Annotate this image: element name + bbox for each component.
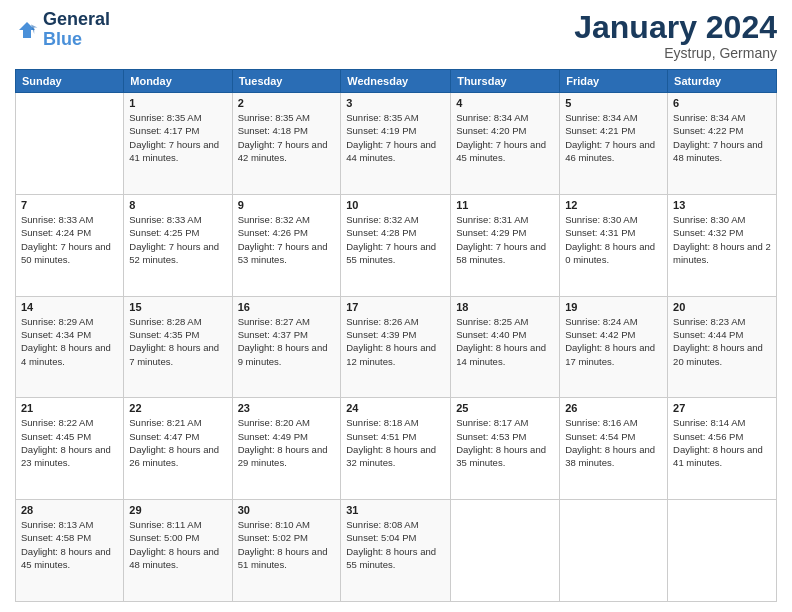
daylight-text: Daylight: 7 hours and 55 minutes. (346, 241, 436, 265)
col-wednesday: Wednesday (341, 70, 451, 93)
calendar-cell: 16Sunrise: 8:27 AMSunset: 4:37 PMDayligh… (232, 296, 341, 398)
calendar-cell: 5Sunrise: 8:34 AMSunset: 4:21 PMDaylight… (560, 93, 668, 195)
sunset-text: Sunset: 4:54 PM (565, 431, 635, 442)
col-tuesday: Tuesday (232, 70, 341, 93)
calendar-body: 1Sunrise: 8:35 AMSunset: 4:17 PMDaylight… (16, 93, 777, 602)
day-number: 20 (673, 301, 771, 313)
logo: General Blue (15, 10, 110, 50)
day-number: 28 (21, 504, 118, 516)
sunrise-text: Sunrise: 8:32 AM (238, 214, 310, 225)
calendar-cell (451, 500, 560, 602)
calendar-cell: 12Sunrise: 8:30 AMSunset: 4:31 PMDayligh… (560, 194, 668, 296)
sunrise-text: Sunrise: 8:13 AM (21, 519, 93, 530)
daylight-text: Daylight: 7 hours and 48 minutes. (673, 139, 763, 163)
sunrise-text: Sunrise: 8:31 AM (456, 214, 528, 225)
daylight-text: Daylight: 8 hours and 29 minutes. (238, 444, 328, 468)
daylight-text: Daylight: 8 hours and 17 minutes. (565, 342, 655, 366)
calendar-cell: 20Sunrise: 8:23 AMSunset: 4:44 PMDayligh… (668, 296, 777, 398)
sunrise-text: Sunrise: 8:34 AM (565, 112, 637, 123)
sunset-text: Sunset: 4:32 PM (673, 227, 743, 238)
day-info: Sunrise: 8:22 AMSunset: 4:45 PMDaylight:… (21, 416, 118, 469)
sunset-text: Sunset: 5:00 PM (129, 532, 199, 543)
sunset-text: Sunset: 4:31 PM (565, 227, 635, 238)
day-number: 21 (21, 402, 118, 414)
svg-marker-0 (19, 22, 35, 38)
sunset-text: Sunset: 4:39 PM (346, 329, 416, 340)
day-number: 6 (673, 97, 771, 109)
daylight-text: Daylight: 7 hours and 42 minutes. (238, 139, 328, 163)
daylight-text: Daylight: 8 hours and 7 minutes. (129, 342, 219, 366)
daylight-text: Daylight: 8 hours and 35 minutes. (456, 444, 546, 468)
calendar-cell: 4Sunrise: 8:34 AMSunset: 4:20 PMDaylight… (451, 93, 560, 195)
day-info: Sunrise: 8:30 AMSunset: 4:31 PMDaylight:… (565, 213, 662, 266)
sunset-text: Sunset: 4:22 PM (673, 125, 743, 136)
sunset-text: Sunset: 4:17 PM (129, 125, 199, 136)
sunset-text: Sunset: 4:28 PM (346, 227, 416, 238)
calendar-cell: 7Sunrise: 8:33 AMSunset: 4:24 PMDaylight… (16, 194, 124, 296)
day-number: 5 (565, 97, 662, 109)
day-info: Sunrise: 8:31 AMSunset: 4:29 PMDaylight:… (456, 213, 554, 266)
daylight-text: Daylight: 7 hours and 52 minutes. (129, 241, 219, 265)
sunset-text: Sunset: 4:24 PM (21, 227, 91, 238)
daylight-text: Daylight: 8 hours and 45 minutes. (21, 546, 111, 570)
sunset-text: Sunset: 4:20 PM (456, 125, 526, 136)
calendar-week-4: 28Sunrise: 8:13 AMSunset: 4:58 PMDayligh… (16, 500, 777, 602)
sunrise-text: Sunrise: 8:34 AM (456, 112, 528, 123)
page: General Blue January 2024 Eystrup, Germa… (0, 0, 792, 612)
sunrise-text: Sunrise: 8:30 AM (565, 214, 637, 225)
calendar-cell: 18Sunrise: 8:25 AMSunset: 4:40 PMDayligh… (451, 296, 560, 398)
day-info: Sunrise: 8:26 AMSunset: 4:39 PMDaylight:… (346, 315, 445, 368)
calendar-cell: 27Sunrise: 8:14 AMSunset: 4:56 PMDayligh… (668, 398, 777, 500)
sunset-text: Sunset: 4:58 PM (21, 532, 91, 543)
header-row: Sunday Monday Tuesday Wednesday Thursday… (16, 70, 777, 93)
col-sunday: Sunday (16, 70, 124, 93)
sunrise-text: Sunrise: 8:33 AM (129, 214, 201, 225)
sunset-text: Sunset: 4:40 PM (456, 329, 526, 340)
sunrise-text: Sunrise: 8:24 AM (565, 316, 637, 327)
day-info: Sunrise: 8:33 AMSunset: 4:24 PMDaylight:… (21, 213, 118, 266)
sunset-text: Sunset: 4:18 PM (238, 125, 308, 136)
day-info: Sunrise: 8:20 AMSunset: 4:49 PMDaylight:… (238, 416, 336, 469)
daylight-text: Daylight: 8 hours and 0 minutes. (565, 241, 655, 265)
day-number: 11 (456, 199, 554, 211)
sunrise-text: Sunrise: 8:34 AM (673, 112, 745, 123)
day-number: 31 (346, 504, 445, 516)
day-number: 10 (346, 199, 445, 211)
sunset-text: Sunset: 4:21 PM (565, 125, 635, 136)
sunset-text: Sunset: 4:29 PM (456, 227, 526, 238)
sunrise-text: Sunrise: 8:11 AM (129, 519, 201, 530)
sunset-text: Sunset: 4:26 PM (238, 227, 308, 238)
day-number: 18 (456, 301, 554, 313)
sunrise-text: Sunrise: 8:20 AM (238, 417, 310, 428)
day-number: 23 (238, 402, 336, 414)
sunrise-text: Sunrise: 8:26 AM (346, 316, 418, 327)
sunset-text: Sunset: 4:53 PM (456, 431, 526, 442)
daylight-text: Daylight: 7 hours and 50 minutes. (21, 241, 111, 265)
daylight-text: Daylight: 8 hours and 41 minutes. (673, 444, 763, 468)
day-info: Sunrise: 8:35 AMSunset: 4:19 PMDaylight:… (346, 111, 445, 164)
day-info: Sunrise: 8:29 AMSunset: 4:34 PMDaylight:… (21, 315, 118, 368)
calendar-header: Sunday Monday Tuesday Wednesday Thursday… (16, 70, 777, 93)
day-info: Sunrise: 8:21 AMSunset: 4:47 PMDaylight:… (129, 416, 226, 469)
day-info: Sunrise: 8:33 AMSunset: 4:25 PMDaylight:… (129, 213, 226, 266)
sunrise-text: Sunrise: 8:35 AM (346, 112, 418, 123)
day-number: 22 (129, 402, 226, 414)
day-info: Sunrise: 8:35 AMSunset: 4:17 PMDaylight:… (129, 111, 226, 164)
sunrise-text: Sunrise: 8:25 AM (456, 316, 528, 327)
sunrise-text: Sunrise: 8:17 AM (456, 417, 528, 428)
day-number: 9 (238, 199, 336, 211)
calendar-cell: 24Sunrise: 8:18 AMSunset: 4:51 PMDayligh… (341, 398, 451, 500)
day-info: Sunrise: 8:24 AMSunset: 4:42 PMDaylight:… (565, 315, 662, 368)
daylight-text: Daylight: 7 hours and 41 minutes. (129, 139, 219, 163)
daylight-text: Daylight: 8 hours and 4 minutes. (21, 342, 111, 366)
day-number: 12 (565, 199, 662, 211)
calendar-cell: 9Sunrise: 8:32 AMSunset: 4:26 PMDaylight… (232, 194, 341, 296)
calendar-cell: 30Sunrise: 8:10 AMSunset: 5:02 PMDayligh… (232, 500, 341, 602)
calendar-cell: 28Sunrise: 8:13 AMSunset: 4:58 PMDayligh… (16, 500, 124, 602)
calendar-cell: 1Sunrise: 8:35 AMSunset: 4:17 PMDaylight… (124, 93, 232, 195)
day-info: Sunrise: 8:17 AMSunset: 4:53 PMDaylight:… (456, 416, 554, 469)
calendar-table: Sunday Monday Tuesday Wednesday Thursday… (15, 69, 777, 602)
sunrise-text: Sunrise: 8:35 AM (129, 112, 201, 123)
calendar-week-3: 21Sunrise: 8:22 AMSunset: 4:45 PMDayligh… (16, 398, 777, 500)
sunset-text: Sunset: 4:37 PM (238, 329, 308, 340)
